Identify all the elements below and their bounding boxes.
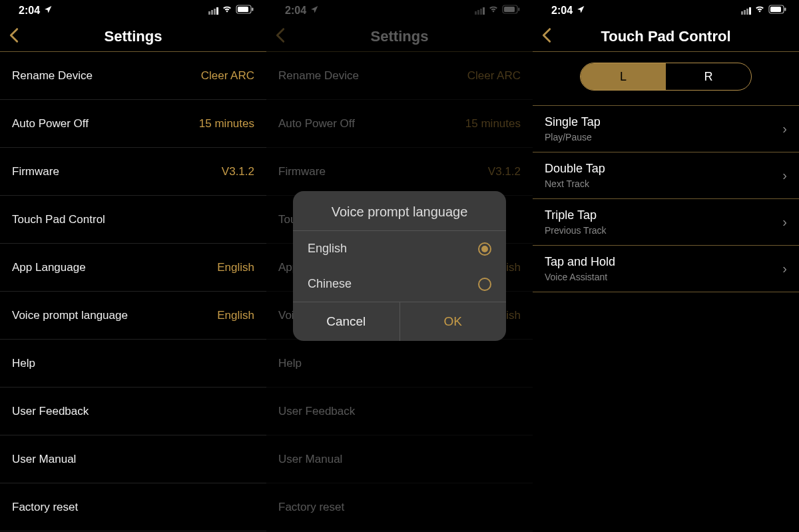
screen-settings-modal: 2:04 Settings Rename DeviceC (266, 0, 533, 532)
screen-settings: 2:04 Settings Rename DeviceCleer ARC Aut… (0, 0, 266, 532)
voice-prompt-language-modal: Voice prompt language English Chinese Ca… (293, 191, 506, 341)
row-auto-power-off[interactable]: Auto Power Off15 minutes (0, 100, 266, 148)
row-label: Help (12, 357, 35, 370)
row-voice-prompt-language[interactable]: Voice prompt languageEnglish (0, 292, 266, 340)
screen-touch-pad-control: 2:04 Touch Pad Control L R S (533, 0, 799, 532)
row-value: English (217, 261, 254, 274)
wifi-icon (221, 5, 233, 17)
modal-title: Voice prompt language (293, 191, 506, 231)
gesture-title: Single Tap (545, 115, 601, 129)
row-label: Touch Pad Control (12, 213, 105, 226)
row-value: Cleer ARC (201, 69, 254, 83)
chevron-right-icon: › (782, 214, 787, 230)
modal-option-chinese[interactable]: Chinese (293, 266, 506, 302)
row-user-manual[interactable]: User Manual (0, 435, 266, 483)
back-button[interactable] (542, 27, 551, 47)
cellular-icon (208, 7, 218, 15)
ok-button[interactable]: OK (400, 302, 507, 341)
row-factory-reset[interactable]: Factory reset (0, 483, 266, 531)
wifi-icon (754, 5, 766, 17)
location-icon (577, 5, 585, 17)
row-touch-pad-control[interactable]: Touch Pad Control (0, 196, 266, 244)
lr-segment-control: L R (580, 63, 752, 91)
svg-rect-1 (238, 7, 248, 12)
settings-list: Rename DeviceCleer ARC Auto Power Off15 … (0, 52, 266, 531)
row-label: Factory reset (12, 501, 78, 514)
status-time: 2:04 (551, 5, 573, 17)
back-button[interactable] (9, 27, 19, 47)
row-tap-and-hold[interactable]: Tap and Hold Voice Assistant › (533, 245, 799, 292)
chevron-right-icon: › (782, 168, 787, 183)
radio-icon (478, 242, 491, 256)
segment-right[interactable]: R (666, 63, 751, 90)
row-label: User Feedback (12, 405, 89, 418)
row-double-tap[interactable]: Double Tap Next Track › (533, 152, 799, 198)
row-value: 15 minutes (199, 117, 254, 131)
status-time: 2:04 (19, 5, 40, 17)
gesture-subtitle: Play/Pause (545, 132, 601, 142)
row-value: English (217, 309, 254, 322)
gesture-title: Triple Tap (545, 208, 607, 222)
battery-icon (768, 5, 787, 17)
row-triple-tap[interactable]: Triple Tap Previous Track › (533, 198, 799, 245)
page-title: Settings (0, 28, 266, 45)
row-rename-device[interactable]: Rename DeviceCleer ARC (0, 52, 266, 100)
segment-left[interactable]: L (581, 63, 666, 90)
option-label: English (308, 242, 347, 256)
svg-rect-7 (770, 7, 781, 12)
location-icon (44, 5, 53, 17)
row-label: User Manual (12, 453, 76, 466)
page-title: Touch Pad Control (533, 28, 799, 45)
gesture-list: Single Tap Play/Pause › Double Tap Next … (533, 105, 799, 292)
row-label: App Language (12, 261, 86, 274)
gesture-subtitle: Voice Assistant (545, 272, 615, 282)
row-value: V3.1.2 (222, 165, 254, 178)
gesture-subtitle: Previous Track (545, 225, 607, 236)
row-help[interactable]: Help (0, 340, 266, 388)
option-label: Chinese (308, 277, 352, 291)
row-label: Auto Power Off (12, 117, 89, 131)
row-single-tap[interactable]: Single Tap Play/Pause › (533, 105, 799, 152)
svg-rect-2 (252, 8, 254, 11)
battery-icon (236, 5, 254, 17)
svg-rect-8 (784, 8, 786, 11)
modal-option-english[interactable]: English (293, 231, 506, 266)
gesture-title: Double Tap (545, 162, 605, 176)
chevron-right-icon: › (782, 261, 787, 276)
status-bar: 2:04 (533, 0, 799, 21)
nav-bar: Touch Pad Control (533, 21, 799, 52)
row-firmware[interactable]: FirmwareV3.1.2 (0, 148, 266, 196)
gesture-subtitle: Next Track (545, 178, 605, 189)
cancel-button[interactable]: Cancel (293, 302, 400, 341)
modal-overlay[interactable]: Voice prompt language English Chinese Ca… (266, 0, 533, 532)
row-label: Voice prompt language (12, 309, 128, 322)
nav-bar: Settings (0, 21, 266, 52)
row-label: Rename Device (12, 69, 93, 83)
row-user-feedback[interactable]: User Feedback (0, 388, 266, 435)
row-app-language[interactable]: App LanguageEnglish (0, 244, 266, 292)
status-bar: 2:04 (0, 0, 266, 21)
radio-icon (478, 278, 491, 291)
cellular-icon (741, 7, 751, 15)
chevron-right-icon: › (782, 121, 787, 136)
gesture-title: Tap and Hold (545, 255, 615, 269)
row-label: Firmware (12, 165, 59, 178)
